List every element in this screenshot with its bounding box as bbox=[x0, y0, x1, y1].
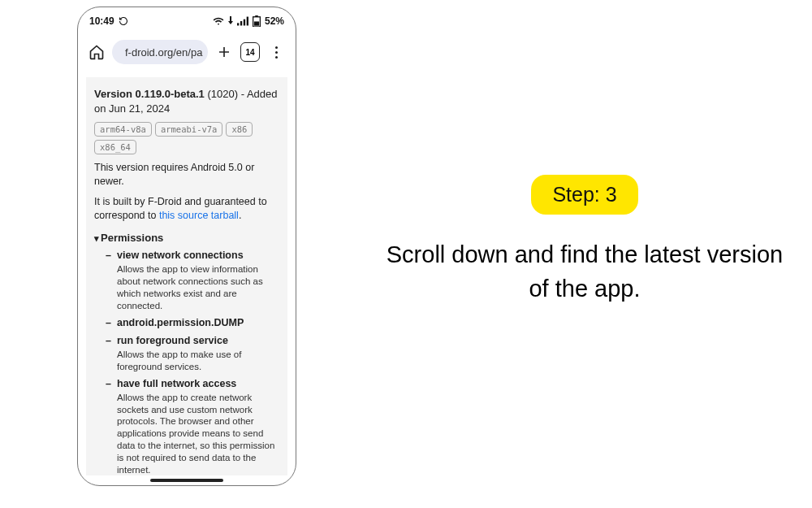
new-tab-button[interactable] bbox=[214, 42, 234, 62]
permission-title: view network connections bbox=[117, 249, 279, 263]
page-content[interactable]: Version 0.119.0-beta.1 (1020) - Added on… bbox=[86, 77, 287, 475]
phone-frame: 10:49 52% f-droid.org/en/pa 14 bbox=[77, 7, 296, 486]
home-icon bbox=[89, 44, 105, 60]
browser-menu-button[interactable] bbox=[266, 42, 286, 62]
permission-desc: Allows the app to create network sockets… bbox=[117, 392, 279, 475]
svg-rect-2 bbox=[237, 23, 239, 25]
version-code: (1020) bbox=[207, 88, 238, 100]
tabs-button[interactable]: 14 bbox=[240, 42, 260, 62]
permission-item: android.permission.DUMP bbox=[109, 316, 279, 330]
permission-item: view network connections Allows the app … bbox=[109, 249, 279, 312]
svg-rect-4 bbox=[244, 20, 245, 26]
permissions-header[interactable]: Permissions bbox=[94, 231, 279, 245]
abi-chips: arm64-v8a armeabi-v7a x86 x86_64 bbox=[94, 122, 279, 154]
url-text: f-droid.org/en/pa bbox=[125, 46, 202, 59]
chip: x86 bbox=[226, 122, 253, 137]
chip: x86_64 bbox=[94, 140, 136, 154]
permission-title: run foreground service bbox=[117, 334, 279, 348]
svg-marker-1 bbox=[228, 21, 233, 24]
wifi-icon bbox=[213, 16, 224, 26]
requires-text: This version requires Android 5.0 or new… bbox=[94, 161, 279, 189]
status-battery: 52% bbox=[265, 15, 284, 27]
source-tarball-link[interactable]: this source tarball bbox=[159, 210, 239, 221]
menu-dot-icon bbox=[275, 56, 278, 59]
permission-title: android.permission.DUMP bbox=[117, 316, 279, 330]
chip: armeabi-v7a bbox=[155, 122, 223, 137]
status-bar: 10:49 52% bbox=[78, 7, 296, 32]
svg-rect-8 bbox=[254, 21, 259, 25]
address-bar[interactable]: f-droid.org/en/pa bbox=[112, 40, 208, 64]
svg-rect-3 bbox=[240, 21, 242, 25]
browser-toolbar: f-droid.org/en/pa 14 bbox=[78, 32, 296, 71]
svg-rect-0 bbox=[230, 16, 231, 22]
home-button[interactable] bbox=[88, 43, 106, 61]
built-text: It is built by F-Droid and guaranteed to… bbox=[94, 195, 279, 223]
network-icon bbox=[228, 16, 233, 26]
tabs-count: 14 bbox=[245, 48, 254, 57]
permission-desc: Allows the app to make use of foreground… bbox=[117, 349, 279, 373]
permissions-list: view network connections Allows the app … bbox=[94, 249, 279, 475]
chip: arm64-v8a bbox=[94, 122, 152, 137]
version-label: Version 0.119.0-beta.1 bbox=[94, 88, 205, 100]
svg-rect-5 bbox=[247, 17, 248, 26]
menu-dot-icon bbox=[275, 51, 278, 54]
restore-icon bbox=[119, 16, 128, 26]
gesture-bar bbox=[150, 479, 223, 482]
step-badge: Step: 3 bbox=[531, 175, 637, 215]
permission-desc: Allows the app to view information about… bbox=[117, 263, 279, 312]
instruction-panel: Step: 3 Scroll down and find the latest … bbox=[374, 175, 796, 306]
permission-title: have full network access bbox=[117, 377, 279, 391]
plus-icon bbox=[217, 45, 231, 59]
menu-dot-icon bbox=[275, 46, 278, 49]
permission-item: run foreground service Allows the app to… bbox=[109, 334, 279, 373]
instruction-text: Scroll down and find the latest version … bbox=[374, 237, 796, 306]
version-line: Version 0.119.0-beta.1 (1020) - Added on… bbox=[94, 87, 279, 115]
permission-item: have full network access Allows the app … bbox=[109, 377, 279, 475]
built-post: . bbox=[239, 210, 241, 221]
battery-icon bbox=[253, 15, 261, 27]
signal-icon bbox=[237, 16, 248, 26]
status-time: 10:49 bbox=[89, 15, 114, 27]
